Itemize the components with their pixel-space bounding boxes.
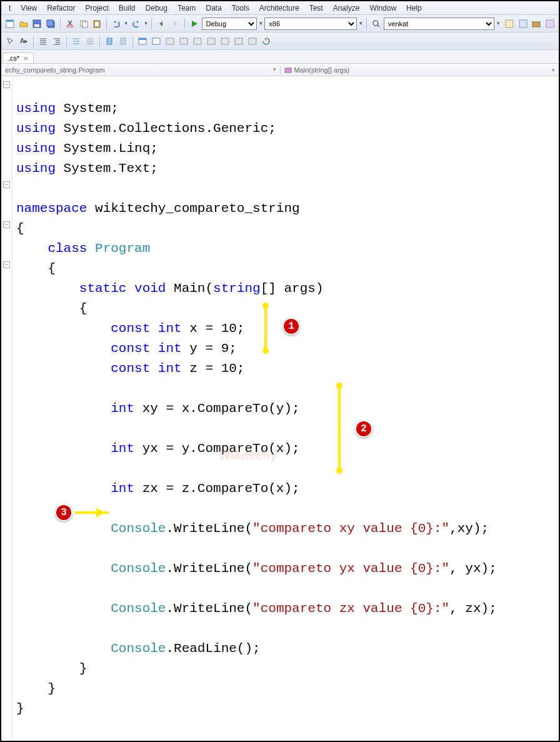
cursor-icon[interactable] [4, 35, 16, 48]
window8-icon[interactable] [232, 35, 245, 48]
svg-rect-11 [95, 22, 99, 26]
menu-item[interactable]: Test [304, 3, 328, 14]
svg-rect-21 [152, 38, 160, 44]
dropdown-arrow-icon[interactable]: ▼ [258, 21, 263, 26]
separator [151, 18, 152, 29]
annotation-badge-3: 3 [55, 504, 72, 521]
svg-rect-29 [285, 68, 291, 73]
menu-item[interactable]: Refactor [42, 3, 80, 14]
separator [184, 18, 185, 29]
svg-rect-25 [208, 38, 215, 44]
separator [60, 18, 61, 29]
separator [132, 36, 133, 47]
annotation-bracket [264, 306, 267, 351]
navigate-back-icon[interactable] [155, 18, 168, 30]
menu-item[interactable]: Architecture [254, 3, 304, 14]
undo-icon[interactable] [110, 18, 122, 30]
menu-item[interactable]: t [4, 3, 16, 14]
refresh-icon[interactable] [260, 35, 272, 48]
menu-item[interactable]: Team [172, 3, 201, 14]
svg-rect-3 [34, 24, 39, 27]
file-tab[interactable]: .cs* ✕ [2, 53, 34, 63]
method-icon [284, 66, 292, 74]
annotation-bracket [338, 386, 341, 471]
window7-icon[interactable] [219, 35, 231, 48]
separator [366, 18, 367, 29]
menu-item[interactable]: Tools [227, 3, 254, 14]
copy-icon[interactable] [78, 18, 90, 30]
annotation-badge-1: 1 [282, 318, 300, 335]
class-selector[interactable]: echy_compareto_string.Program ▾ [1, 66, 280, 74]
save-all-icon[interactable] [44, 18, 57, 30]
window2-icon[interactable] [150, 35, 162, 48]
fold-gutter: − − − − [1, 76, 12, 741]
window3-icon[interactable] [164, 35, 176, 48]
svg-rect-28 [249, 38, 256, 44]
platform-combo[interactable]: x86 [264, 18, 357, 30]
dropdown-arrow-icon[interactable]: ▼ [144, 21, 149, 26]
find-icon[interactable] [370, 18, 382, 30]
svg-rect-1 [6, 20, 14, 22]
window6-icon[interactable] [205, 35, 218, 48]
tab-bar: .cs* ✕ [1, 50, 559, 64]
annotation-bracket [262, 348, 269, 354]
more-icon[interactable] [544, 18, 556, 30]
dropdown-arrow-icon[interactable]: ▼ [358, 21, 363, 26]
new-project-icon[interactable] [4, 18, 16, 30]
svg-rect-23 [180, 38, 188, 44]
config-combo[interactable]: Debug [202, 18, 258, 30]
menu-item[interactable]: View [16, 3, 42, 14]
window9-icon[interactable] [246, 35, 259, 48]
window4-icon[interactable] [178, 35, 190, 48]
menu-item[interactable]: Analyze [328, 3, 365, 14]
indent-more-icon[interactable] [51, 35, 63, 48]
window5-icon[interactable] [191, 35, 204, 48]
code-editor[interactable]: − − − − using System; using System.Colle… [1, 76, 559, 741]
close-tab-icon[interactable]: ✕ [23, 55, 28, 62]
svg-rect-27 [235, 38, 242, 44]
indent-less-icon[interactable] [37, 35, 49, 48]
toolbar-text: A▸ [1, 33, 559, 50]
toolbar-main: ▼ ▼ Debug ▼ x86 ▼ venkat ▼ [1, 15, 559, 33]
menu-item[interactable]: Help [401, 3, 427, 14]
bookmark-icon[interactable] [103, 35, 116, 48]
annotation-arrow [75, 511, 109, 514]
redo-icon[interactable] [130, 18, 142, 30]
menu-item[interactable]: Project [81, 3, 114, 14]
comment-icon[interactable] [70, 35, 82, 48]
text-size-icon[interactable]: A▸ [18, 35, 30, 48]
tab-label: .cs* [8, 54, 19, 62]
bookmark-next-icon[interactable] [117, 35, 129, 48]
fold-toggle[interactable]: − [3, 81, 10, 88]
menu-item[interactable]: Data [201, 3, 226, 14]
separator [33, 36, 34, 47]
menu-item[interactable]: Build [114, 3, 141, 14]
find-combo[interactable]: venkat [384, 18, 494, 30]
properties-icon[interactable] [517, 18, 529, 30]
code-nav-bar: echy_compareto_string.Program ▾ Main(str… [1, 64, 559, 76]
svg-rect-14 [519, 20, 527, 28]
save-icon[interactable] [31, 18, 43, 30]
start-debug-icon[interactable] [188, 18, 201, 30]
fold-toggle[interactable]: − [3, 221, 10, 228]
toolbox-icon[interactable] [531, 18, 543, 30]
svg-rect-17 [107, 38, 112, 44]
method-selector[interactable]: Main(string[] args) ▾ [280, 66, 559, 74]
svg-rect-13 [506, 20, 513, 28]
window-icon[interactable] [136, 35, 149, 48]
open-icon[interactable] [18, 18, 30, 30]
dropdown-arrow-icon[interactable]: ▼ [496, 21, 501, 26]
cut-icon[interactable] [64, 18, 76, 30]
svg-rect-16 [546, 20, 554, 28]
uncomment-icon[interactable] [84, 35, 96, 48]
menu-item[interactable]: Window [364, 3, 401, 14]
navigate-fwd-icon[interactable] [169, 18, 181, 30]
svg-point-12 [373, 21, 378, 26]
paste-icon[interactable] [91, 18, 103, 30]
fold-toggle[interactable]: − [3, 181, 10, 188]
menu-item[interactable]: Debug [141, 3, 172, 14]
code-content[interactable]: using System; using System.Collections.G… [12, 76, 559, 741]
fold-toggle[interactable]: − [3, 261, 10, 268]
solution-explorer-icon[interactable] [503, 18, 516, 30]
dropdown-arrow-icon[interactable]: ▼ [124, 21, 129, 26]
